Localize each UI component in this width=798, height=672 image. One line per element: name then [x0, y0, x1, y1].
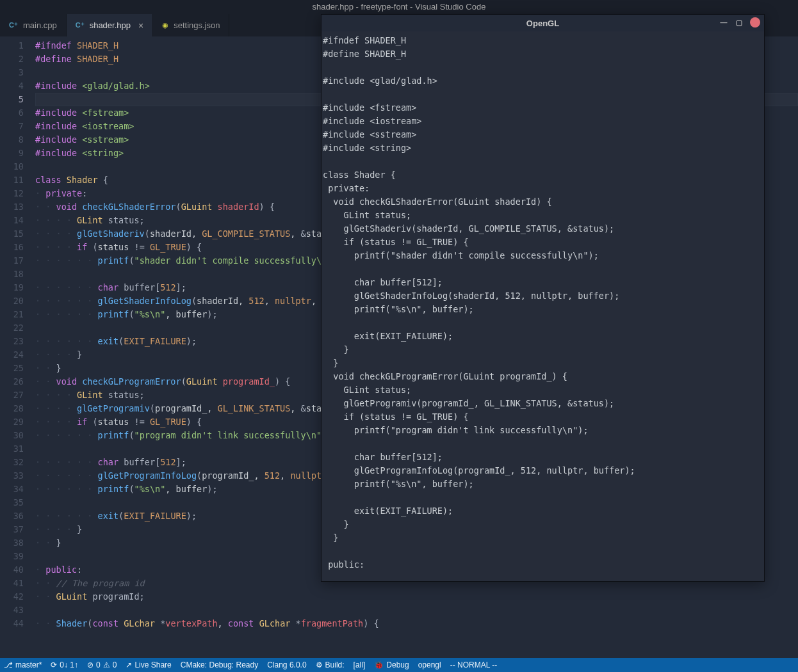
git-branch-label: master* [15, 660, 42, 669]
status-bar: ⎇ master* ⟳ 0↓ 1↑ ⊘ 0 ⚠ 0 ↗ Live Share C… [0, 658, 798, 672]
tab-label: main.cpp [23, 20, 57, 30]
live-share[interactable]: ↗ Live Share [126, 660, 171, 669]
close-icon[interactable] [750, 17, 760, 28]
cpp-file-icon: C⁺ [76, 21, 85, 29]
debug-target[interactable]: opengl [418, 660, 441, 669]
git-branch-icon: ⎇ [4, 660, 13, 669]
json-file-icon: ◉ [162, 21, 168, 29]
git-sync[interactable]: ⟳ 0↓ 1↑ [51, 660, 78, 669]
gear-icon: ⚙ [316, 660, 323, 669]
build-target[interactable]: [all] [354, 660, 366, 669]
opengl-title-bar[interactable]: OpenGL — ▢ [322, 15, 764, 31]
maximize-icon[interactable]: ▢ [735, 18, 744, 27]
line-number-gutter: 1234567891011121314151617181920212223242… [0, 36, 35, 658]
cmake-status[interactable]: CMake: Debug: Ready [181, 660, 258, 669]
cpp-file-icon: C⁺ [9, 21, 18, 29]
opengl-body: #ifndef SHADER_H #define SHADER_H #inclu… [322, 31, 764, 581]
problems[interactable]: ⊘ 0 ⚠ 0 [87, 660, 117, 669]
live-share-label: Live Share [134, 660, 171, 669]
build-label: Build: [325, 660, 345, 669]
tab-shader-hpp[interactable]: C⁺shader.hpp× [67, 14, 153, 36]
opengl-window[interactable]: OpenGL — ▢ #ifndef SHADER_H #define SHAD… [321, 14, 765, 582]
debug-label: Debug [386, 660, 409, 669]
bug-icon: 🐞 [374, 660, 384, 669]
git-branch[interactable]: ⎇ master* [4, 660, 42, 669]
tab-settings-json[interactable]: ◉settings.json [153, 14, 229, 36]
minimize-icon[interactable]: — [719, 18, 728, 27]
tab-label: settings.json [174, 20, 220, 30]
warning-count: 0 [113, 660, 117, 669]
warning-icon: ⚠ [103, 660, 110, 669]
tab-label: shader.hpp [90, 20, 131, 30]
tab-main-cpp[interactable]: C⁺main.cpp [0, 14, 67, 36]
window-title: shader.hpp - freetype-font - Visual Stud… [0, 0, 798, 14]
opengl-title-text: OpenGL [526, 19, 559, 28]
error-count: 0 [96, 660, 101, 669]
error-icon: ⊘ [87, 660, 94, 669]
debug[interactable]: 🐞 Debug [374, 660, 409, 669]
compiler[interactable]: Clang 6.0.0 [267, 660, 306, 669]
tab-close-icon[interactable]: × [138, 20, 143, 31]
sync-icon: ⟳ [51, 660, 57, 669]
vim-mode: -- NORMAL -- [450, 660, 498, 669]
git-sync-label: 0↓ 1↑ [60, 660, 78, 669]
share-icon: ↗ [126, 660, 132, 669]
build[interactable]: ⚙ Build: [316, 660, 345, 669]
